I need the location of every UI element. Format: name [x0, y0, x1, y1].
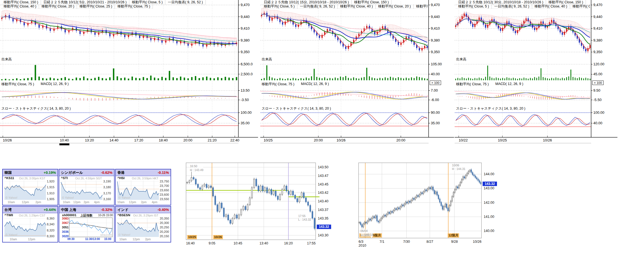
y-axis-label: 23,750: [160, 180, 169, 183]
y-axis-label: 140.00: [484, 229, 494, 233]
market-tile-india-bsesn[interactable]: インド-0.40%^BSESNOct 26, 3:29pm IST20,3502…: [115, 206, 171, 242]
axis-tick-label: 105.00: [431, 62, 442, 66]
market-timestamp: Oct 26, 4:59pm SGT: [75, 177, 102, 180]
chart-legend-row: 日経２２５先物 10/12( 30分, 2010/10/18 - 2010/10…: [456, 0, 590, 4]
x-axis-label: 20:00: [314, 138, 323, 142]
y-axis-label: 143.40: [318, 199, 328, 203]
legend-item: 一目均衡表( 9, 26, 52 ): [165, 0, 205, 4]
x-axis-label: 2pm: [84, 200, 89, 204]
market-timestamp: Oct 26, 3:59pm HKT: [132, 177, 158, 180]
market-name: インド: [117, 207, 128, 212]
market-tile-header: 台湾+0.44%: [3, 207, 58, 213]
nikkei-5min-chart-window[interactable]: 9,4709,4409,4109,3809,3506,500.02,500.01…: [0, 0, 258, 146]
market-tile-taiwan-twii[interactable]: 台湾+0.44%^TWIIOct 26, 1:29pm CST8,3608,34…: [2, 206, 58, 242]
market-tile-body: ^HSIOct 26, 3:59pm HKT23,75023,70023,650…: [116, 176, 171, 205]
x-axis-label: 4pm: [152, 200, 157, 204]
x-axis-label: 13:20: [85, 138, 94, 142]
axis-tick-label: 9,380: [241, 38, 250, 42]
axis-tick-label: 100.00: [241, 110, 252, 115]
x-axis-label: 7/1: [380, 240, 384, 244]
axis-tick-label: 90.00: [431, 110, 440, 115]
y-axis-label: 1,910: [47, 192, 55, 195]
axis-tick-label: 45.00: [593, 72, 602, 76]
chart-canvas[interactable]: 143.50143.47143.45143.42143.40143.37143.…: [186, 162, 347, 254]
x-axis-label-year: 2010: [359, 244, 366, 247]
x-axis-label: 10am: [63, 200, 70, 204]
axis-tick-label: 9,410: [241, 26, 250, 30]
nikkei-15min-chart-window[interactable]: 9,4709,4409,4109,3809,350105.0040.007.00…: [260, 0, 454, 146]
axis-tick-label: -6.00: [431, 98, 439, 102]
macd-legend-item: MACD( 12, 26, 9 ): [41, 82, 69, 87]
axis-tick-label: 9,410: [431, 26, 440, 30]
market-symbol: ^BSESN: [117, 213, 130, 217]
x-axis-label: 2pm: [141, 200, 146, 204]
chart-canvas[interactable]: 9,4709,4409,4109,3809,350105.0040.007.00…: [260, 0, 454, 146]
last-price-marker: 143.32: [485, 182, 495, 186]
annotation-line: L : 140.18: [360, 233, 373, 237]
y-axis-label: 3,160: [103, 197, 111, 201]
source-watermark: © Yahoo!: [62, 196, 74, 199]
stochastics-label: スロー・ストキャスティクス( 14, 3, 80, 20 ): [262, 106, 331, 111]
chart-canvas[interactable]: 9,4709,4409,4109,3809,350120.0045.009.50…: [455, 0, 617, 146]
axis-tick-label: 9,470: [241, 3, 250, 7]
legend-item: 移動平均( Close, 40 ): [532, 4, 570, 9]
market-tile-korea-kospi[interactable]: 韓国+0.19%^KS11Oct 26, 3:00pm KST1,9201,91…: [2, 169, 58, 205]
multiplier-badge: × 100: [430, 81, 441, 85]
axis-tick-label: -5.50: [593, 98, 602, 102]
legend-item: 移動平均( Close, 5 ): [261, 4, 297, 9]
y-axis-label: 1,905: [47, 197, 55, 201]
stoch-pane-label: スロー・ストキャスティクス( 14, 3, 80, 20 ): [262, 106, 331, 111]
annotation-line: H : 144.31: [452, 167, 465, 171]
market-timestamp: Oct 26, 3:29pm IST: [133, 214, 158, 217]
y-axis-label: 143.47: [318, 174, 328, 178]
stoch-pane-label: スロー・ストキャスティクス( 14, 3, 80, 20 ): [1, 106, 71, 111]
x-axis-label: 10am: [117, 200, 125, 204]
market-change-percent: +0.44%: [44, 208, 56, 212]
x-axis-label: 12pm: [28, 238, 35, 241]
stoch-pane-label: スロー・ストキャスティクス( 14, 3, 80, 20 ): [456, 106, 525, 111]
chart-legend-row: 日経２２５先物 10/12( 15分, 2010/10/18 - 2010/10…: [261, 0, 427, 4]
chart-canvas[interactable]: 9,4709,4409,4109,3809,3506,500.02,500.01…: [0, 0, 258, 146]
y-axis-label: 23,600: [160, 193, 169, 196]
contract-date-badge: 10/26: [213, 235, 223, 239]
chart-legend-row: 移動平均( Close, 40 )移動平均( Close, 20 )移動平均( …: [1, 4, 237, 9]
market-tile-header: インド-0.40%: [116, 207, 171, 213]
y-axis-label: 144.00: [484, 172, 494, 176]
y-axis-label: 20,150: [160, 234, 169, 238]
annotation-line: 16:50: [190, 164, 203, 168]
x-axis-label: 2pm: [35, 200, 41, 204]
annotation-line: 17:55: [298, 214, 311, 218]
macd-pane-label: 移動平均( Close, 75 )MACD( 12, 26, 9 ): [262, 82, 329, 87]
intraday-price-chart[interactable]: 143.50143.47143.45143.42143.40143.37143.…: [186, 162, 347, 255]
axis-tick-label: 9.50: [593, 88, 600, 92]
y-axis-label: 143.37: [318, 208, 328, 212]
legend-item: 移動平均( Close, 150 ): [352, 0, 391, 4]
contract-date-badge: 12限月: [448, 233, 459, 238]
x-axis-label: 10am: [8, 200, 15, 204]
legend-item: 移動平均( Close, 5 ): [456, 4, 492, 9]
market-tile-hongkong-hsi[interactable]: 香港-0.11%^HSIOct 26, 3:59pm HKT23,75023,7…: [115, 169, 171, 205]
x-axis-label: 10:40: [60, 138, 69, 142]
macd-pane-label: 移動平均( Close, 75 )MACD( 12, 26, 9 ): [1, 82, 69, 87]
scrollbar-thumb[interactable]: [60, 143, 69, 145]
market-tile-singapore-sti[interactable]: シンガポール-0.62%^STIOct 26, 4:59pm SGT3,1903…: [59, 169, 115, 205]
x-axis-label: 9:05: [208, 241, 215, 245]
x-axis-label: 7/30: [403, 240, 410, 244]
x-axis-label: 16:20: [284, 241, 293, 245]
legend-item: 移動平均( Close, 150 ): [1, 0, 41, 4]
x-axis-label: 20:00: [183, 138, 192, 142]
chart-canvas[interactable]: 144.00143.00142.00141.00140.006/320107/1…: [359, 162, 519, 252]
macd-legend-item: 移動平均( Close, 75 ): [1, 82, 34, 87]
market-symbol: ^HSI: [117, 176, 125, 180]
annotation-line: H : 143.49: [190, 168, 203, 172]
high-low-annotation: 17:55L : 143.32: [298, 214, 311, 222]
axis-tick-label: 9,380: [593, 38, 602, 42]
nikkei-30min-chart-window[interactable]: 9,4709,4409,4109,3809,350120.0045.009.50…: [455, 0, 617, 146]
x-axis-label: 2pm: [145, 238, 151, 241]
macd-legend-item: 移動平均( Close, 75 ): [456, 82, 489, 87]
volume-pane-label: 出来高: [456, 57, 467, 62]
contract-date-badge: 9限月: [372, 233, 382, 238]
market-tile-china-shanghai[interactable]: 中国 上海-0.32%sh000001上証指数10-26 15:00308330…: [59, 206, 115, 242]
daily-price-chart[interactable]: 144.00143.00142.00141.00140.006/320107/1…: [359, 162, 519, 256]
x-axis-label: 10/26: [337, 138, 346, 142]
